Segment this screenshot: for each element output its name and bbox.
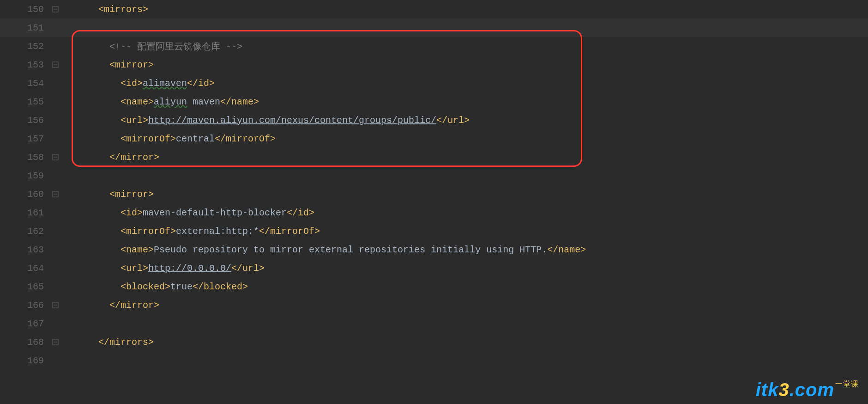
code-content[interactable]: </mirrors>: [62, 337, 868, 348]
code-editor[interactable]: 150 <mirrors>151152 <!-- 配置阿里云镜像仓库 -->15…: [0, 0, 868, 404]
line-number: 150: [0, 4, 48, 15]
code-line[interactable]: 165 <blocked>true</blocked>: [0, 277, 868, 296]
code-line[interactable]: 166 </mirror>: [0, 296, 868, 314]
code-line[interactable]: 167: [0, 314, 868, 333]
code-content[interactable]: <id>alimaven</id>: [62, 78, 868, 89]
line-number: 154: [0, 78, 48, 89]
line-number: 156: [0, 115, 48, 126]
line-number: 163: [0, 245, 48, 255]
line-number: 159: [0, 171, 48, 181]
code-line[interactable]: 162 <mirrorOf>external:http:*</mirrorOf>: [0, 222, 868, 240]
code-content[interactable]: <url>http://maven.aliyun.com/nexus/conte…: [62, 115, 868, 126]
line-number: 167: [0, 318, 48, 329]
code-line[interactable]: 151: [0, 18, 868, 37]
line-number: 164: [0, 263, 48, 274]
line-number: 169: [0, 355, 48, 366]
line-number: 157: [0, 134, 48, 144]
fold-open-icon[interactable]: [48, 191, 62, 197]
line-number: 152: [0, 41, 48, 52]
code-line[interactable]: 159: [0, 166, 868, 185]
code-content[interactable]: <name>Pseudo repository to mirror extern…: [62, 245, 868, 255]
code-content[interactable]: <id>maven-default-http-blocker</id>: [62, 208, 868, 218]
code-line[interactable]: 164 <url>http://0.0.0.0/</url>: [0, 259, 868, 277]
code-line[interactable]: 168 </mirrors>: [0, 333, 868, 351]
code-line[interactable]: 160 <mirror>: [0, 185, 868, 203]
code-line[interactable]: 169: [0, 351, 868, 370]
watermark-logo: itk3.com一堂课: [756, 380, 859, 400]
code-content[interactable]: <mirrorOf>central</mirrorOf>: [62, 134, 868, 144]
code-line[interactable]: 161 <id>maven-default-http-blocker</id>: [0, 203, 868, 222]
fold-close-icon[interactable]: [48, 302, 62, 308]
code-content[interactable]: <mirrors>: [62, 4, 868, 15]
code-line[interactable]: 150 <mirrors>: [0, 0, 868, 18]
fold-close-icon[interactable]: [48, 339, 62, 345]
fold-close-icon[interactable]: [48, 154, 62, 160]
line-number: 153: [0, 60, 48, 70]
code-line[interactable]: 155 <name>aliyun maven</name>: [0, 92, 868, 111]
code-content[interactable]: <name>aliyun maven</name>: [62, 97, 868, 107]
code-content[interactable]: <mirror>: [62, 189, 868, 200]
code-content[interactable]: </mirror>: [62, 152, 868, 163]
fold-open-icon[interactable]: [48, 61, 62, 68]
line-number: 166: [0, 300, 48, 311]
code-content[interactable]: <mirror>: [62, 60, 868, 70]
line-number: 158: [0, 152, 48, 163]
code-content[interactable]: <mirrorOf>external:http:*</mirrorOf>: [62, 226, 868, 237]
code-line[interactable]: 153 <mirror>: [0, 55, 868, 74]
fold-open-icon[interactable]: [48, 6, 62, 12]
code-line[interactable]: 152 <!-- 配置阿里云镜像仓库 -->: [0, 37, 868, 55]
code-content[interactable]: <!-- 配置阿里云镜像仓库 -->: [62, 40, 868, 53]
code-content[interactable]: <url>http://0.0.0.0/</url>: [62, 263, 868, 274]
line-number: 161: [0, 208, 48, 218]
code-line[interactable]: 157 <mirrorOf>central</mirrorOf>: [0, 129, 868, 148]
code-line[interactable]: 156 <url>http://maven.aliyun.com/nexus/c…: [0, 111, 868, 129]
line-number: 165: [0, 282, 48, 292]
code-content[interactable]: </mirror>: [62, 300, 868, 311]
line-number: 162: [0, 226, 48, 237]
line-number: 168: [0, 337, 48, 348]
code-content[interactable]: <blocked>true</blocked>: [62, 282, 868, 292]
line-number: 160: [0, 189, 48, 200]
line-number: 151: [0, 23, 48, 33]
line-number: 155: [0, 97, 48, 107]
code-line[interactable]: 163 <name>Pseudo repository to mirror ex…: [0, 240, 868, 259]
code-line[interactable]: 154 <id>alimaven</id>: [0, 74, 868, 92]
code-line[interactable]: 158 </mirror>: [0, 148, 868, 166]
